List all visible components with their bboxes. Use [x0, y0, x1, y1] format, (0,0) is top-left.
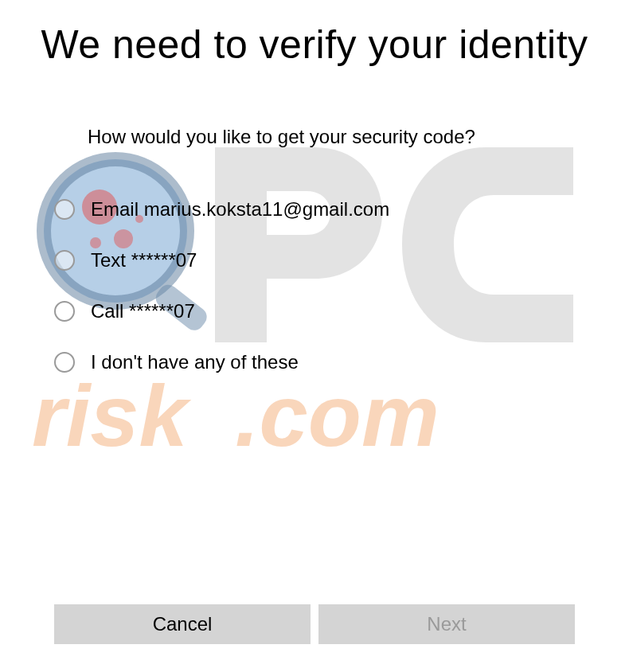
- option-label: Text ******07: [91, 249, 197, 272]
- option-email[interactable]: Email marius.koksta11@gmail.com: [54, 184, 629, 235]
- next-button[interactable]: Next: [318, 604, 575, 644]
- option-text[interactable]: Text ******07: [54, 235, 629, 286]
- radio-icon: [54, 250, 75, 271]
- radio-icon: [54, 199, 75, 220]
- options-list: Email marius.koksta11@gmail.com Text ***…: [0, 148, 629, 388]
- option-none[interactable]: I don't have any of these: [54, 337, 629, 388]
- radio-icon: [54, 301, 75, 322]
- radio-icon: [54, 352, 75, 373]
- option-label: Email marius.koksta11@gmail.com: [91, 198, 389, 221]
- page-title: We need to verify your identity: [0, 0, 629, 70]
- cancel-button[interactable]: Cancel: [54, 604, 311, 644]
- option-call[interactable]: Call ******07: [54, 286, 629, 337]
- option-label: I don't have any of these: [91, 351, 299, 373]
- question-text: How would you like to get your security …: [0, 70, 629, 148]
- button-bar: Cancel Next: [54, 604, 575, 644]
- option-label: Call ******07: [91, 300, 195, 322]
